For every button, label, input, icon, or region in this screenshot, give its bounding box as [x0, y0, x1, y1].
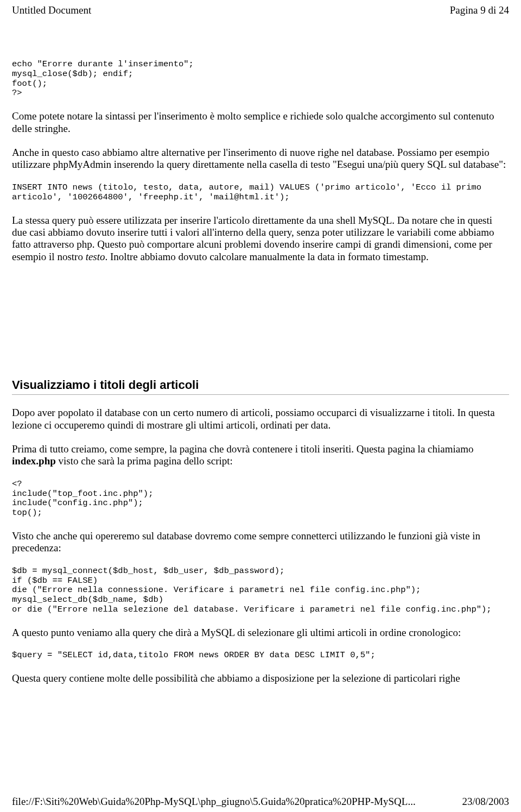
page-header: Untitled Document Pagina 9 di 24	[12, 4, 509, 16]
doc-title: Untitled Document	[12, 4, 91, 16]
paragraph-7: A questo punto veniamo alla query che di…	[12, 627, 509, 639]
code-block-1: echo "Erorre durante l'inserimento"; mys…	[12, 60, 509, 98]
footer-date: 23/08/2003	[462, 796, 509, 808]
page-indicator: Pagina 9 di 24	[450, 4, 509, 16]
code-block-5: $query = "SELECT id,data,titolo FROM new…	[12, 651, 509, 660]
section-rule	[12, 394, 509, 395]
paragraph-2: Anche in questo caso abbiamo altre alter…	[12, 147, 509, 171]
code-block-2: INSERT INTO news (titolo, testo, data, a…	[12, 183, 509, 203]
paragraph-8: Questa query contiene molte delle possib…	[12, 672, 509, 684]
paragraph-3: La stessa query può essere utilizzata pe…	[12, 215, 509, 263]
bold-indexphp: index.php	[12, 455, 56, 467]
emphasis-testo: testo	[86, 251, 105, 262]
section-heading: Visualizziamo i titoli degli articoli	[12, 378, 509, 392]
code-block-4: $db = mysql_connect($db_host, $db_user, …	[12, 566, 509, 615]
paragraph-1: Come potete notare la sintassi per l'ins…	[12, 110, 509, 135]
footer-path: file://F:\Siti%20Web\Guida%20Php-MySQL\p…	[12, 796, 416, 808]
paragraph-5: Prima di tutto creiamo, come sempre, la …	[12, 443, 509, 468]
paragraph-4: Dopo aver popolato il database con un ce…	[12, 407, 509, 431]
paragraph-6: Visto che anche qui opereremo sul databa…	[12, 530, 509, 555]
code-block-3: <? include("top_foot.inc.php"); include(…	[12, 480, 509, 518]
page-footer: file://F:\Siti%20Web\Guida%20Php-MySQL\p…	[12, 796, 509, 808]
